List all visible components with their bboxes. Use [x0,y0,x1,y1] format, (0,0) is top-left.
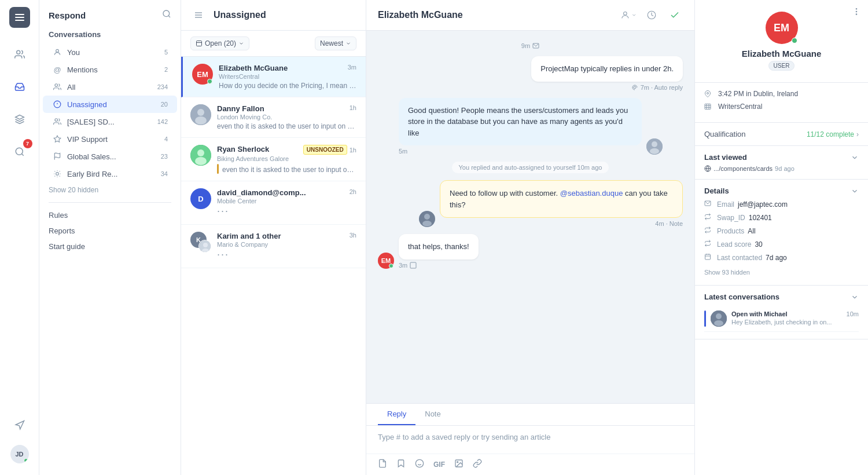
sidebar-earlybird-count: 34 [161,170,168,177]
conv-preview: How do you decide on the Pricing, I mean… [219,82,356,90]
leadscore-icon [704,240,713,249]
svg-point-4 [16,148,23,155]
rocket-nav-icon[interactable] [9,109,30,130]
bookmark-icon[interactable] [396,459,406,470]
latest-conv-item[interactable]: Open with Michael 10m Hey Elizabeth, jus… [704,306,859,332]
sidebar-startguide-link[interactable]: Start guide [39,239,181,254]
rp-url-row: .../components/cards 9d ago [704,165,859,172]
conv-item[interactable]: EM Elizabeth McGuane 3m WritersCentral H… [181,57,366,97]
sidebar-global-label: Global Sales... [67,152,156,161]
search-nav-icon[interactable]: 7 [9,141,30,162]
emoji-icon[interactable] [415,459,424,470]
conv-avatar-secondary [198,240,211,253]
conv-avatar-group: K [190,232,211,253]
sidebar-all-count: 234 [157,83,168,90]
newest-filter-button[interactable]: Newest [315,36,356,50]
msg-row-system: You replied and auto-assigned to yoursel… [378,162,683,173]
blue-bar [704,310,706,327]
svg-rect-54 [705,254,711,260]
rp-more-icon[interactable] [852,7,861,19]
swap-icon [704,213,713,222]
sidebar-item-global[interactable]: Global Sales... 23 [43,148,177,165]
reply-tabs: Reply Note [366,404,694,426]
rp-header-wrapper: EM Elizabeth McGuane USER [695,0,868,83]
rp-qual-row[interactable]: Qualification 11/12 complete › [704,130,859,138]
gif-icon[interactable]: GIF [433,461,445,469]
sidebar-item-unassigned[interactable]: Unassigned 20 [43,96,177,113]
sidebar-vip-label: VIP Support [67,135,160,144]
rp-qual-value-group: 11/12 complete › [807,130,859,138]
details-chevron-icon[interactable] [851,187,859,195]
svg-point-19 [195,116,207,125]
sales-icon [52,116,62,127]
conv-item[interactable]: Ryan Sherlock UNSNOOZED 1h Biking Advent… [181,138,366,181]
inbox-nav-icon[interactable] [9,76,30,97]
conv-time: 3m [348,64,356,71]
rp-online-dot [792,38,797,43]
rp-user-badge: USER [768,61,795,71]
sidebar-item-you[interactable]: You 5 [43,43,177,61]
rp-qualification-section: Qualification 11/12 complete › [695,123,868,146]
svg-point-43 [856,11,856,12]
open-filter-button[interactable]: Open (20) [190,36,249,50]
conv-name: Karim and 1 other [217,232,281,240]
sidebar-item-sales[interactable]: [SALES] SD... 142 [43,113,177,130]
person-icon [52,47,62,57]
chat-area: Elizabeth McGuane 9m ProjectMap t [366,0,694,475]
sidebar-all-label: All [67,83,153,92]
earlybird-icon [52,169,62,179]
chat-header: Elizabeth McGuane [366,0,694,31]
calendar-icon [704,253,713,262]
rp-show-hidden[interactable]: Show 93 hidden [704,266,859,278]
note-tab[interactable]: Note [415,404,450,425]
sidebar-item-mentions[interactable]: @ Mentions 2 [43,61,177,78]
rp-local-time: 3:42 PM in Dublin, Ireland [718,90,798,98]
conv-content: Ryan Sherlock UNSNOOZED 1h Biking Advent… [217,145,356,174]
svg-point-44 [856,14,856,14]
svg-point-31 [652,141,657,147]
chat-contact-name: Elizabeth McGuane [378,10,463,20]
assign-agent-button[interactable] [620,7,637,23]
latest-convs-chevron-icon[interactable] [851,293,859,301]
app-logo[interactable] [9,7,30,28]
sidebar-search-icon[interactable] [162,9,171,21]
sidebar-item-vip[interactable]: VIP Support 4 [43,130,177,148]
resolve-icon[interactable] [667,7,683,23]
flag-icon [52,151,62,162]
msg-meta: 7m · Auto reply [631,84,683,91]
building-icon [704,103,713,112]
rp-qual-label: Qualification [704,130,746,138]
megaphone-icon[interactable] [9,415,30,436]
conv-name: Danny Fallon [217,104,264,113]
conv-company: Mobile Center [217,198,356,204]
location-icon [704,90,713,99]
rp-url-time: 9d ago [775,165,795,172]
reply-tab[interactable]: Reply [378,404,415,425]
reply-input[interactable]: Type # to add a saved reply or try sendi… [366,426,694,454]
rp-latest-convs-title: Latest conversations [704,293,779,301]
sidebar-rules-link[interactable]: Rules [39,207,181,223]
show-hidden-link[interactable]: Show 20 hidden [39,182,181,198]
chevron-down-icon[interactable] [851,154,859,162]
link-icon[interactable] [473,459,482,470]
conv-item[interactable]: D david_diamond@comp... 2h Mobile Center… [181,181,366,225]
svg-point-12 [56,173,59,176]
svg-rect-2 [15,20,24,21]
conversations-nav-icon[interactable] [9,44,30,65]
menu-icon[interactable] [190,7,207,23]
attachment-icon[interactable] [378,459,387,470]
svg-point-34 [424,214,430,220]
unassigned-icon [52,99,62,109]
sidebar-item-all[interactable]: All 234 [43,78,177,96]
timer-icon[interactable] [643,7,660,23]
svg-marker-10 [54,136,61,142]
conv-preview: ··· [217,205,356,217]
rp-latest-convs-header: Latest conversations [704,293,859,301]
rp-avatar: EM [766,12,798,44]
image-icon[interactable] [454,459,464,470]
conv-item[interactable]: Danny Fallon 1h London Moving Co. even t… [181,97,366,138]
user-avatar[interactable]: JD [10,445,29,463]
sidebar-reports-link[interactable]: Reports [39,223,181,239]
sidebar-item-earlybird[interactable]: Early Bird Re... 34 [43,165,177,182]
conv-item[interactable]: K Karim and 1 other 3h Mario & Company ·… [181,225,366,268]
